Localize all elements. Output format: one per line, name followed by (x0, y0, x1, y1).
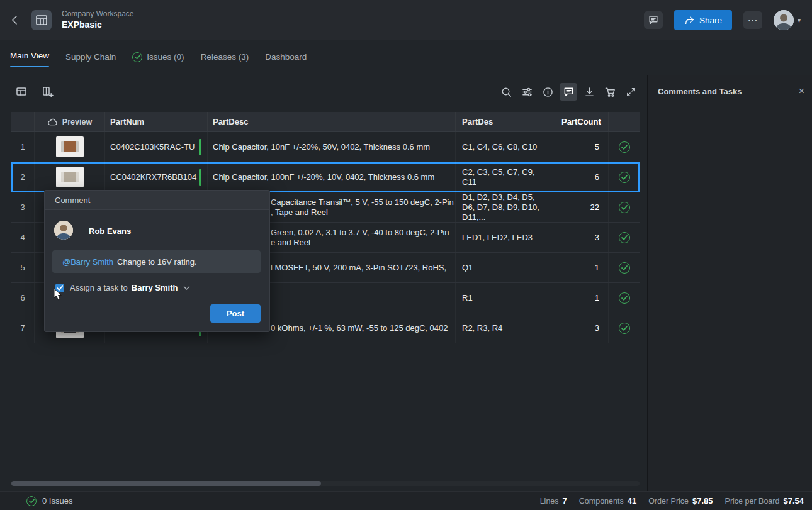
part-designators-cell[interactable]: R2, R3, R4 (456, 313, 556, 343)
project-titles: Company Workspace EXPbasic (62, 9, 134, 31)
part-description: 0 kOhms, +/-1 %, 63 mW, -55 to 125 degC,… (271, 323, 448, 333)
part-count-cell[interactable]: 6 (556, 162, 609, 192)
header-part-desc[interactable]: PartDesc (208, 112, 456, 131)
search-icon (500, 86, 512, 98)
avatar-silhouette (54, 221, 73, 240)
comments-toggle-button[interactable] (644, 11, 663, 29)
tab-label: Releases (3) (201, 52, 249, 62)
header-part-count[interactable]: PartCount (556, 112, 609, 131)
part-preview-cell[interactable] (35, 162, 105, 192)
stat-value: 41 (628, 496, 636, 506)
part-description: Chip Capacitor, 10nF +/-20%, 50V, 0402, … (213, 142, 430, 152)
stat-value: $7.54 (783, 496, 804, 506)
more-options-button[interactable]: ⋯ (743, 11, 762, 29)
part-count-cell[interactable]: 3 (556, 313, 609, 343)
assign-task-checkbox[interactable] (55, 284, 64, 292)
comment-author-avatar (54, 221, 73, 240)
part-description-cell[interactable]: Chip Capacitor, 10nF +/-20%, 50V, 0402, … (208, 132, 456, 162)
back-button[interactable] (6, 11, 24, 29)
header-preview[interactable]: Preview (35, 112, 105, 131)
chat-icon (648, 14, 659, 26)
part-designators-cell[interactable]: R1 (456, 283, 556, 313)
row-number: 1 (11, 132, 35, 162)
bom-settings-button[interactable] (13, 83, 30, 101)
part-designators-cell[interactable]: C2, C3, C5, C7, C9, C11 (456, 162, 556, 192)
part-number: C0402C103K5RAC-TU (110, 142, 195, 152)
search-button[interactable] (497, 83, 515, 101)
stat-value: 7 (563, 496, 567, 506)
stat-price-per-board: Price per Board $7.54 (725, 496, 804, 506)
part-count-cell[interactable]: 1 (556, 283, 609, 313)
tab-main-view[interactable]: Main View (10, 40, 49, 74)
stat-label: Order Price (648, 497, 689, 506)
issues-summary[interactable]: 0 Issues (0, 496, 72, 506)
close-panel-button[interactable]: × (799, 87, 804, 96)
add-column-button[interactable] (39, 83, 57, 101)
part-count-cell[interactable]: 1 (556, 253, 609, 282)
stat-value: $7.85 (692, 496, 713, 506)
part-designators-cell[interactable]: LED1, LED2, LED3 (456, 223, 556, 252)
part-designators-cell[interactable]: C1, C4, C6, C8, C10 (456, 132, 556, 162)
tab-supply-chain[interactable]: Supply Chain (65, 40, 116, 74)
check-circle-icon (619, 172, 630, 183)
caret-down-icon[interactable]: ▾ (798, 17, 801, 24)
part-count-cell[interactable]: 22 (556, 192, 609, 222)
table-row-selected[interactable]: 2 CC0402KRX7R6BB104 Chip Capacitor, 100n… (11, 162, 640, 192)
part-image (56, 167, 84, 187)
header-part-des[interactable]: PartDes (456, 112, 556, 131)
part-number-cell[interactable]: C0402C103K5RAC-TU (105, 132, 208, 162)
mention-link[interactable]: @Barry Smith (62, 257, 113, 267)
part-description: Green, 0.02 A, 3.1 to 3.7 V, -40 to 80 d… (271, 228, 449, 238)
part-description-line2: , Tape and Reel (271, 208, 328, 218)
comments-button[interactable] (560, 83, 577, 101)
row-number: 6 (11, 283, 35, 313)
post-button[interactable]: Post (210, 304, 261, 323)
part-count-cell[interactable]: 3 (556, 223, 609, 252)
horizontal-scrollbar[interactable] (11, 481, 640, 486)
assign-task-row: Assign a task to Barry Smith (55, 283, 190, 292)
part-number: CC0402KRX7R6BB104 (110, 172, 196, 182)
row-number: 3 (11, 192, 35, 222)
part-description-cell[interactable]: Chip Capacitor, 100nF +/-20%, 10V, 0402,… (208, 162, 456, 192)
share-button[interactable]: Share (674, 10, 732, 30)
expand-icon (625, 86, 637, 98)
project-name: EXPbasic (62, 19, 134, 31)
tab-label: Supply Chain (65, 52, 116, 62)
chevron-down-icon[interactable] (183, 285, 190, 291)
part-designators-cell[interactable]: Q1 (456, 253, 556, 282)
part-preview-cell[interactable] (35, 132, 105, 162)
info-button[interactable] (539, 83, 556, 101)
tab-issues[interactable]: Issues (0) (132, 40, 184, 74)
row-number: 4 (11, 223, 35, 252)
part-count-cell[interactable]: 5 (556, 132, 609, 162)
filter-button[interactable] (518, 83, 536, 101)
check-circle-icon (619, 232, 630, 243)
part-description: Chip Capacitor, 100nF +/-20%, 10V, 0402,… (213, 172, 434, 182)
stat-label: Lines (540, 497, 559, 506)
share-icon (684, 16, 694, 25)
comment-author-name: Rob Evans (89, 226, 131, 236)
cart-button[interactable] (601, 83, 619, 101)
tab-releases[interactable]: Releases (3) (201, 40, 249, 74)
stat-lines: Lines 7 (540, 496, 567, 506)
header-part-num[interactable]: PartNum (105, 112, 208, 131)
download-button[interactable] (580, 83, 598, 101)
comment-popup-header: Comment (45, 191, 269, 210)
scrollbar-thumb[interactable] (11, 481, 321, 486)
part-number-cell[interactable]: CC0402KRX7R6BB104 (105, 162, 208, 192)
account-menu[interactable]: ▾ (774, 10, 801, 30)
part-designators-cell[interactable]: D1, D2, D3, D4, D5, D6, D7, D8, D9, D10,… (456, 192, 556, 222)
comments-panel: Comments and Tasks × (647, 75, 812, 491)
table-header-row: Preview PartNum PartDesc PartDes PartCou… (11, 112, 640, 132)
check-circle-icon (619, 141, 630, 153)
assignee-selector[interactable]: Barry Smith (132, 283, 178, 292)
tab-dashboard[interactable]: Dashboard (265, 40, 307, 74)
user-avatar[interactable] (774, 10, 794, 30)
table-row[interactable]: 1 C0402C103K5RAC-TU Chip Capacitor, 10nF… (11, 132, 640, 162)
expand-button[interactable] (622, 83, 640, 101)
tab-label: Issues (0) (147, 52, 184, 62)
tab-label: Dashboard (265, 52, 307, 62)
row-status-cell (609, 192, 640, 222)
issues-check-icon (26, 496, 37, 506)
workspace-name: Company Workspace (62, 9, 134, 19)
